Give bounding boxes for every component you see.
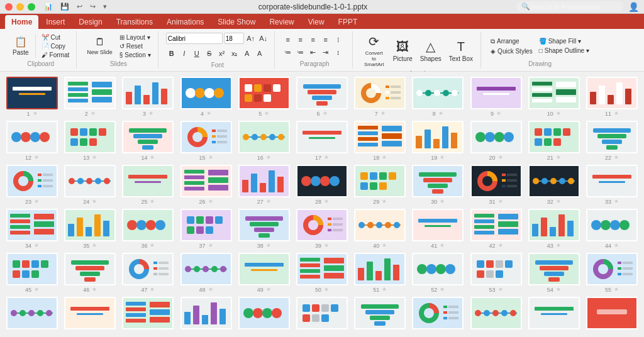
tab-view[interactable]: View [302,15,331,29]
subscript-button[interactable]: x₂ [229,48,240,59]
star-icon[interactable]: ★ [208,198,213,204]
font-color-button[interactable]: A [242,48,253,59]
star-icon[interactable]: ★ [324,154,329,160]
slide-item[interactable]: 43★ [527,209,581,249]
star-icon[interactable]: ★ [150,198,155,204]
star-icon[interactable]: ★ [150,242,155,248]
slide-item[interactable]: 5★ [237,77,291,117]
slide-item[interactable]: 35★ [63,209,117,249]
star-icon[interactable]: ★ [382,154,387,160]
slide-item[interactable]: 29★ [353,165,407,205]
slide-item[interactable]: 55★ [585,253,639,293]
star-icon[interactable]: ★ [324,286,329,292]
star-icon[interactable]: ★ [382,242,387,248]
align-center-button[interactable]: ≡ [295,34,306,45]
star-icon[interactable]: ★ [556,286,561,292]
star-icon[interactable]: ★ [498,242,503,248]
copy-button[interactable]: 📄 Copy [40,42,72,50]
underline-button[interactable]: U [191,48,203,59]
picture-button[interactable]: 🖼 Picture [391,38,415,64]
slide-item[interactable]: 56★ [5,297,59,331]
slide-item[interactable]: 28★ [295,165,349,205]
font-size-input[interactable] [224,33,244,44]
slide-item[interactable]: 13★ [63,121,117,161]
star-icon[interactable]: ★ [440,154,445,160]
star-icon[interactable]: ★ [382,198,387,204]
tab-fppt[interactable]: FPPT [332,15,364,29]
slide-item[interactable]: 52★ [411,253,465,293]
slide-item[interactable]: 11★ [585,77,639,117]
slide-item[interactable]: 27★ [237,165,291,205]
slide-item[interactable]: 32★ [527,165,581,205]
star-icon[interactable]: ★ [324,198,329,204]
format-button[interactable]: 🖌 Format [40,51,72,59]
star-icon[interactable]: ★ [614,330,619,331]
bullets-button[interactable]: ≔ [282,47,294,58]
star-icon[interactable]: ★ [266,198,271,204]
arrange-button[interactable]: ⧉ Arrange [489,37,535,46]
search-input[interactable] [530,3,618,11]
star-icon[interactable]: ★ [34,154,39,160]
slide-item[interactable]: 36★ [121,209,175,249]
tab-home[interactable]: Home [5,15,38,29]
star-icon[interactable]: ★ [92,330,97,331]
slide-item[interactable]: 53★ [469,253,523,293]
slide-item[interactable]: 61★ [295,297,349,331]
star-icon[interactable]: ★ [208,330,213,331]
slide-item[interactable]: 16★ [237,121,291,161]
star-icon[interactable]: ★ [208,286,213,292]
slide-item[interactable]: 10★ [527,77,581,117]
tab-transitions[interactable]: Transitions [110,15,159,29]
star-icon[interactable]: ★ [208,154,213,160]
numbering-button[interactable]: ≔ [295,47,306,58]
star-icon[interactable]: ★ [498,286,503,292]
star-icon[interactable]: ★ [440,330,445,331]
star-icon[interactable]: ★ [206,110,211,116]
slide-item[interactable]: 40★ [353,209,407,249]
reset-button[interactable]: ↺ Reset [118,42,153,50]
tab-review[interactable]: Review [263,15,300,29]
slide-item[interactable]: 25★ [121,165,175,205]
slide-item[interactable]: 21★ [527,121,581,161]
cut-button[interactable]: ✂️ Cut [40,33,72,41]
save-icon[interactable]: 💾 [58,1,72,12]
slide-item[interactable]: 58★ [121,297,175,331]
minimize-button[interactable] [16,3,24,11]
search-box[interactable]: 🔍 [516,1,623,12]
justify-button[interactable]: ≡ [320,34,331,45]
indent-decrease-button[interactable]: ⇤ [308,47,319,58]
align-right-button[interactable]: ≡ [308,34,319,45]
star-icon[interactable]: ★ [148,110,153,116]
paste-button[interactable]: 📋 Paste [10,35,31,57]
slide-item[interactable]: 7★ [353,77,407,117]
slide-item[interactable]: 26★ [179,165,233,205]
slide-item[interactable]: 37★ [179,209,233,249]
star-icon[interactable]: ★ [34,198,39,204]
star-icon[interactable]: ★ [34,330,39,331]
bold-button[interactable]: B [166,48,177,59]
slide-item[interactable]: 63★ [411,297,465,331]
slide-item[interactable]: 24★ [63,165,117,205]
shape-outline-button[interactable]: □ Shape Outline ▾ [537,47,591,55]
star-icon[interactable]: ★ [614,110,619,116]
star-icon[interactable]: ★ [34,286,39,292]
star-icon[interactable]: ★ [556,242,561,248]
font-name-input[interactable] [166,33,223,44]
redo-icon[interactable]: ↪ [87,1,98,12]
quick-styles-button[interactable]: ◈ Quick Styles [489,47,535,55]
convert-smartart-button[interactable]: ⟳ Convert to SmartArt [360,33,388,69]
superscript-button[interactable]: x² [216,48,228,59]
star-icon[interactable]: ★ [266,286,271,292]
star-icon[interactable]: ★ [496,110,501,116]
slide-item[interactable]: 51★ [353,253,407,293]
slide-item[interactable]: 42★ [469,209,523,249]
slide-item[interactable]: 30★ [411,165,465,205]
section-button[interactable]: § Section ▾ [118,51,153,59]
slide-item[interactable]: 59★ [179,297,233,331]
slide-item[interactable]: 31★ [469,165,523,205]
slide-item[interactable]: 2★ [63,77,117,117]
slide-item[interactable]: 17★ [295,121,349,161]
star-icon[interactable]: ★ [614,286,619,292]
slide-item[interactable]: 44★ [585,209,639,249]
tab-slideshow[interactable]: Slide Show [211,15,262,29]
